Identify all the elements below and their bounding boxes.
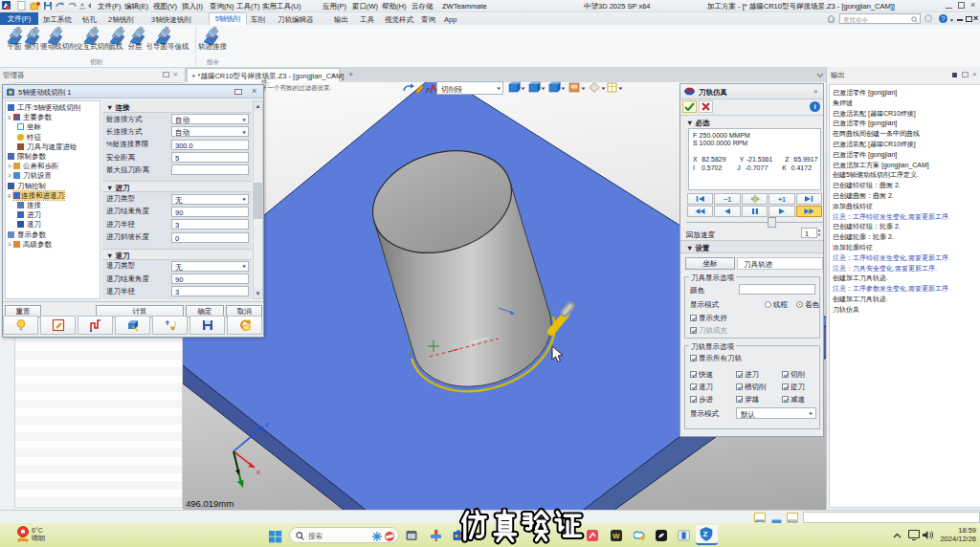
svg-text:W: W	[612, 532, 620, 540]
svg-text:Z: Z	[703, 530, 708, 538]
svg-text:496.019mm: 496.019mm	[186, 498, 234, 509]
svg-text:x: x	[256, 468, 260, 476]
svg-text:z: z	[265, 420, 269, 428]
